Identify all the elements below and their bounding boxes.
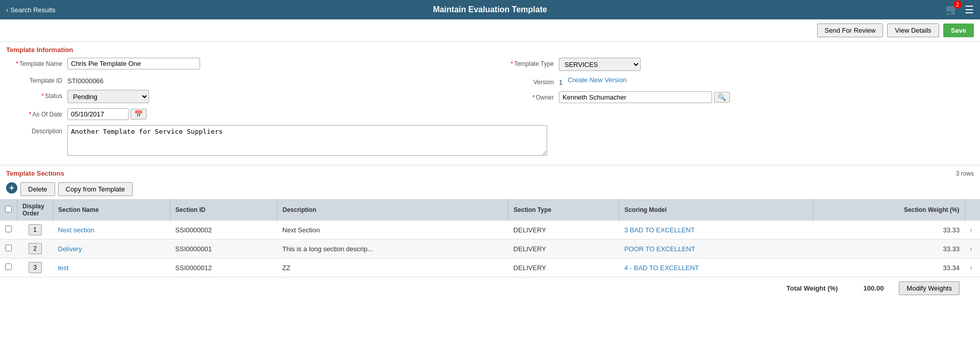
owner-label: Owner <box>498 91 559 101</box>
description-cell: Next Section <box>277 221 508 239</box>
save-button[interactable]: Save <box>943 23 974 37</box>
cart-badge: 2 <box>953 1 962 9</box>
back-arrow-icon: ‹ <box>6 6 8 14</box>
order-button[interactable]: 3 <box>29 262 42 273</box>
section-type-cell: DELIVERY <box>508 239 619 258</box>
col-section-id: Section ID <box>170 199 277 221</box>
order-button[interactable]: 2 <box>29 243 42 254</box>
total-weight-value: 100.00 <box>853 284 884 292</box>
back-button[interactable]: ‹ Search Results <box>6 6 56 14</box>
select-all-checkbox[interactable] <box>5 206 12 212</box>
toolbar: Send For Review View Details Save <box>0 19 980 42</box>
section-id-cell: SSI0000001 <box>170 239 277 258</box>
section-type-cell: DELIVERY <box>508 258 619 277</box>
description-textarea[interactable]: Another Template for Service Suppliers <box>67 125 547 156</box>
table-row: 1 Next section SSI0000002 Next Section D… <box>0 221 980 239</box>
template-id-value: STI0000066 <box>67 75 104 85</box>
description-label: Description <box>6 125 67 135</box>
row-checkbox[interactable] <box>5 245 12 251</box>
modify-weights-button[interactable]: Modify Weights <box>899 281 960 295</box>
scoring-model-cell[interactable]: 3 BAD TO EXCELLENT <box>619 221 814 239</box>
scoring-model-cell[interactable]: POOR TO EXCELLENT <box>619 239 814 258</box>
version-value: 1 <box>559 76 562 86</box>
col-section-name: Section Name <box>53 199 170 221</box>
page-title: Maintain Evaluation Template <box>433 5 547 14</box>
col-section-weight: Section Weight (%) <box>814 199 965 221</box>
row-expand-icon[interactable]: › <box>970 263 972 272</box>
sections-table: Display Order Section Name Section ID De… <box>0 199 980 277</box>
template-sections-header: Template Sections <box>6 170 64 177</box>
template-name-input[interactable] <box>67 58 200 69</box>
as-of-date-input[interactable] <box>67 108 129 120</box>
col-section-type: Section Type <box>508 199 619 221</box>
back-label: Search Results <box>10 6 55 14</box>
footer-row: Total Weight (%) 100.00 Modify Weights <box>0 277 980 299</box>
description-cell: This is a long section descrip... <box>277 239 508 258</box>
send-for-review-button[interactable]: Send For Review <box>817 23 884 37</box>
weight-cell: 33.33 <box>814 221 965 239</box>
section-name-cell[interactable]: Next section <box>53 221 170 239</box>
rows-count: 3 rows <box>956 170 974 177</box>
copy-from-template-button[interactable]: Copy from Template <box>58 182 133 196</box>
status-label: Status <box>6 90 67 100</box>
table-row: 2 Delivery SSI0000001 This is a long sec… <box>0 239 980 258</box>
view-details-button[interactable]: View Details <box>887 23 939 37</box>
version-label: Version <box>498 76 559 86</box>
section-id-cell: SSI0000012 <box>170 258 277 277</box>
section-name-cell[interactable]: Delivery <box>53 239 170 258</box>
template-sections: Template Sections 3 rows + Delete Copy f… <box>0 165 980 305</box>
status-select[interactable]: Pending <box>67 90 149 103</box>
row-expand-icon[interactable]: › <box>970 226 972 234</box>
template-info-header: Template Information <box>0 42 980 56</box>
row-checkbox[interactable] <box>5 263 12 270</box>
table-row: 3 test SSI0000012 ZZ DELIVERY 4 - BAD TO… <box>0 258 980 277</box>
owner-input[interactable] <box>559 91 712 103</box>
section-type-cell: DELIVERY <box>508 221 619 239</box>
owner-search-button[interactable]: 🔍 <box>714 92 730 103</box>
section-name-cell[interactable]: test <box>53 258 170 277</box>
table-actions: + Delete Copy from Template <box>0 179 980 199</box>
scoring-model-cell[interactable]: 4 - BAD TO EXCELLENT <box>619 258 814 277</box>
section-id-cell: SSI0000002 <box>170 221 277 239</box>
template-name-label: Template Name <box>6 58 67 67</box>
add-row-button[interactable]: + <box>6 182 17 194</box>
create-new-version-link[interactable]: Create New Version <box>568 76 627 84</box>
template-info-form: Template Name Template ID STI0000066 Sta… <box>0 56 980 165</box>
template-type-label: Template Type <box>498 58 559 67</box>
row-expand-icon[interactable]: › <box>970 245 972 253</box>
weight-cell: 33.34 <box>814 258 965 277</box>
col-display-order: Display Order <box>17 199 53 221</box>
as-of-date-label: As Of Date <box>6 108 67 118</box>
col-scoring-model: Scoring Model <box>619 199 814 221</box>
template-id-label: Template ID <box>6 75 67 84</box>
weight-cell: 33.33 <box>814 239 965 258</box>
menu-button[interactable]: ☰ <box>965 4 974 16</box>
order-button[interactable]: 1 <box>29 224 42 235</box>
cart-button[interactable]: 🛒 2 <box>946 4 959 16</box>
delete-button[interactable]: Delete <box>20 182 55 196</box>
col-description: Description <box>277 199 508 221</box>
description-cell: ZZ <box>277 258 508 277</box>
total-weight-label: Total Weight (%) <box>787 284 838 292</box>
row-checkbox[interactable] <box>5 226 12 232</box>
calendar-button[interactable]: 📅 <box>131 109 146 119</box>
template-type-select[interactable]: SERVICES <box>559 58 641 71</box>
